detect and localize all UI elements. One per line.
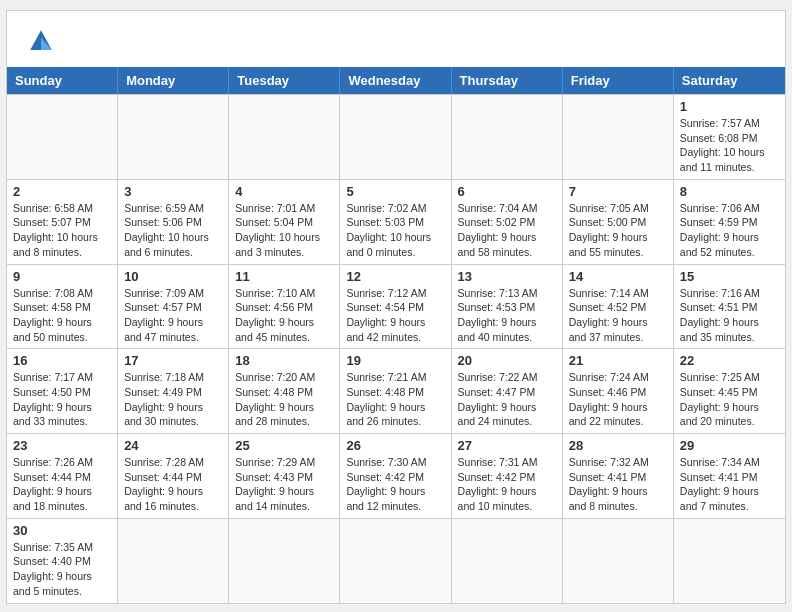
cell-info: Sunrise: 7:01 AM Sunset: 5:04 PM Dayligh…	[235, 201, 333, 260]
calendar-cell-24: 24Sunrise: 7:28 AM Sunset: 4:44 PM Dayli…	[118, 434, 229, 519]
calendar-cell-empty	[563, 95, 674, 180]
logo-icon	[23, 23, 59, 59]
cell-info: Sunrise: 7:20 AM Sunset: 4:48 PM Dayligh…	[235, 370, 333, 429]
cell-date: 24	[124, 438, 222, 453]
calendar-cell-30: 30Sunrise: 7:35 AM Sunset: 4:40 PM Dayli…	[7, 519, 118, 603]
calendar-cell-20: 20Sunrise: 7:22 AM Sunset: 4:47 PM Dayli…	[452, 349, 563, 434]
cell-info: Sunrise: 7:12 AM Sunset: 4:54 PM Dayligh…	[346, 286, 444, 345]
cell-info: Sunrise: 7:04 AM Sunset: 5:02 PM Dayligh…	[458, 201, 556, 260]
calendar-cell-25: 25Sunrise: 7:29 AM Sunset: 4:43 PM Dayli…	[229, 434, 340, 519]
day-header-thursday: Thursday	[452, 67, 563, 94]
logo	[23, 23, 65, 59]
cell-info: Sunrise: 7:08 AM Sunset: 4:58 PM Dayligh…	[13, 286, 111, 345]
cell-date: 21	[569, 353, 667, 368]
cell-info: Sunrise: 6:59 AM Sunset: 5:06 PM Dayligh…	[124, 201, 222, 260]
cell-date: 6	[458, 184, 556, 199]
cell-info: Sunrise: 7:06 AM Sunset: 4:59 PM Dayligh…	[680, 201, 779, 260]
calendar-cell-empty	[7, 95, 118, 180]
cell-info: Sunrise: 7:34 AM Sunset: 4:41 PM Dayligh…	[680, 455, 779, 514]
cell-info: Sunrise: 7:17 AM Sunset: 4:50 PM Dayligh…	[13, 370, 111, 429]
cell-info: Sunrise: 7:09 AM Sunset: 4:57 PM Dayligh…	[124, 286, 222, 345]
calendar-cell-empty	[229, 519, 340, 603]
cell-date: 16	[13, 353, 111, 368]
cell-info: Sunrise: 7:21 AM Sunset: 4:48 PM Dayligh…	[346, 370, 444, 429]
calendar-cell-3: 3Sunrise: 6:59 AM Sunset: 5:06 PM Daylig…	[118, 180, 229, 265]
cell-date: 20	[458, 353, 556, 368]
calendar-cell-empty	[563, 519, 674, 603]
day-header-friday: Friday	[563, 67, 674, 94]
cell-date: 7	[569, 184, 667, 199]
cell-date: 19	[346, 353, 444, 368]
calendar-cell-1: 1Sunrise: 7:57 AM Sunset: 6:08 PM Daylig…	[674, 95, 785, 180]
cell-date: 27	[458, 438, 556, 453]
calendar-cell-27: 27Sunrise: 7:31 AM Sunset: 4:42 PM Dayli…	[452, 434, 563, 519]
cell-info: Sunrise: 7:22 AM Sunset: 4:47 PM Dayligh…	[458, 370, 556, 429]
calendar-cell-empty	[340, 95, 451, 180]
cell-info: Sunrise: 7:18 AM Sunset: 4:49 PM Dayligh…	[124, 370, 222, 429]
cell-date: 17	[124, 353, 222, 368]
cell-info: Sunrise: 7:29 AM Sunset: 4:43 PM Dayligh…	[235, 455, 333, 514]
day-header-tuesday: Tuesday	[229, 67, 340, 94]
cell-date: 9	[13, 269, 111, 284]
calendar-cell-18: 18Sunrise: 7:20 AM Sunset: 4:48 PM Dayli…	[229, 349, 340, 434]
calendar-cell-9: 9Sunrise: 7:08 AM Sunset: 4:58 PM Daylig…	[7, 265, 118, 350]
cell-info: Sunrise: 7:26 AM Sunset: 4:44 PM Dayligh…	[13, 455, 111, 514]
cell-date: 3	[124, 184, 222, 199]
cell-info: Sunrise: 7:02 AM Sunset: 5:03 PM Dayligh…	[346, 201, 444, 260]
cell-info: Sunrise: 7:30 AM Sunset: 4:42 PM Dayligh…	[346, 455, 444, 514]
cell-date: 11	[235, 269, 333, 284]
cell-info: Sunrise: 7:32 AM Sunset: 4:41 PM Dayligh…	[569, 455, 667, 514]
cell-date: 14	[569, 269, 667, 284]
calendar-cell-29: 29Sunrise: 7:34 AM Sunset: 4:41 PM Dayli…	[674, 434, 785, 519]
calendar-cell-7: 7Sunrise: 7:05 AM Sunset: 5:00 PM Daylig…	[563, 180, 674, 265]
calendar-cell-17: 17Sunrise: 7:18 AM Sunset: 4:49 PM Dayli…	[118, 349, 229, 434]
cell-date: 5	[346, 184, 444, 199]
cell-date: 1	[680, 99, 779, 114]
calendar-cell-4: 4Sunrise: 7:01 AM Sunset: 5:04 PM Daylig…	[229, 180, 340, 265]
cell-date: 29	[680, 438, 779, 453]
calendar-cell-23: 23Sunrise: 7:26 AM Sunset: 4:44 PM Dayli…	[7, 434, 118, 519]
day-header-saturday: Saturday	[674, 67, 785, 94]
calendar-cell-empty	[118, 519, 229, 603]
calendar-cell-empty	[118, 95, 229, 180]
calendar-cell-19: 19Sunrise: 7:21 AM Sunset: 4:48 PM Dayli…	[340, 349, 451, 434]
calendar-cell-21: 21Sunrise: 7:24 AM Sunset: 4:46 PM Dayli…	[563, 349, 674, 434]
cell-date: 30	[13, 523, 111, 538]
cell-date: 2	[13, 184, 111, 199]
cell-date: 22	[680, 353, 779, 368]
cell-info: Sunrise: 7:28 AM Sunset: 4:44 PM Dayligh…	[124, 455, 222, 514]
cell-date: 12	[346, 269, 444, 284]
calendar-cell-empty	[674, 519, 785, 603]
calendar-cell-11: 11Sunrise: 7:10 AM Sunset: 4:56 PM Dayli…	[229, 265, 340, 350]
calendar-container: SundayMondayTuesdayWednesdayThursdayFrid…	[6, 10, 786, 604]
cell-date: 15	[680, 269, 779, 284]
cell-info: Sunrise: 7:14 AM Sunset: 4:52 PM Dayligh…	[569, 286, 667, 345]
calendar-cell-15: 15Sunrise: 7:16 AM Sunset: 4:51 PM Dayli…	[674, 265, 785, 350]
cell-info: Sunrise: 6:58 AM Sunset: 5:07 PM Dayligh…	[13, 201, 111, 260]
cell-info: Sunrise: 7:10 AM Sunset: 4:56 PM Dayligh…	[235, 286, 333, 345]
cell-info: Sunrise: 7:31 AM Sunset: 4:42 PM Dayligh…	[458, 455, 556, 514]
calendar-cell-2: 2Sunrise: 6:58 AM Sunset: 5:07 PM Daylig…	[7, 180, 118, 265]
calendar-cell-8: 8Sunrise: 7:06 AM Sunset: 4:59 PM Daylig…	[674, 180, 785, 265]
calendar-cell-14: 14Sunrise: 7:14 AM Sunset: 4:52 PM Dayli…	[563, 265, 674, 350]
cell-info: Sunrise: 7:16 AM Sunset: 4:51 PM Dayligh…	[680, 286, 779, 345]
cell-date: 4	[235, 184, 333, 199]
calendar-cell-empty	[452, 519, 563, 603]
cell-date: 28	[569, 438, 667, 453]
calendar-cell-empty	[452, 95, 563, 180]
cell-date: 13	[458, 269, 556, 284]
cell-info: Sunrise: 7:35 AM Sunset: 4:40 PM Dayligh…	[13, 540, 111, 599]
day-header-sunday: Sunday	[7, 67, 118, 94]
cell-info: Sunrise: 7:57 AM Sunset: 6:08 PM Dayligh…	[680, 116, 779, 175]
calendar-cell-12: 12Sunrise: 7:12 AM Sunset: 4:54 PM Dayli…	[340, 265, 451, 350]
calendar-cell-6: 6Sunrise: 7:04 AM Sunset: 5:02 PM Daylig…	[452, 180, 563, 265]
cell-info: Sunrise: 7:13 AM Sunset: 4:53 PM Dayligh…	[458, 286, 556, 345]
cell-info: Sunrise: 7:25 AM Sunset: 4:45 PM Dayligh…	[680, 370, 779, 429]
cell-date: 8	[680, 184, 779, 199]
cell-date: 23	[13, 438, 111, 453]
calendar-grid: 1Sunrise: 7:57 AM Sunset: 6:08 PM Daylig…	[7, 94, 785, 603]
calendar-cell-10: 10Sunrise: 7:09 AM Sunset: 4:57 PM Dayli…	[118, 265, 229, 350]
calendar-cell-16: 16Sunrise: 7:17 AM Sunset: 4:50 PM Dayli…	[7, 349, 118, 434]
calendar-cell-5: 5Sunrise: 7:02 AM Sunset: 5:03 PM Daylig…	[340, 180, 451, 265]
calendar-cell-13: 13Sunrise: 7:13 AM Sunset: 4:53 PM Dayli…	[452, 265, 563, 350]
